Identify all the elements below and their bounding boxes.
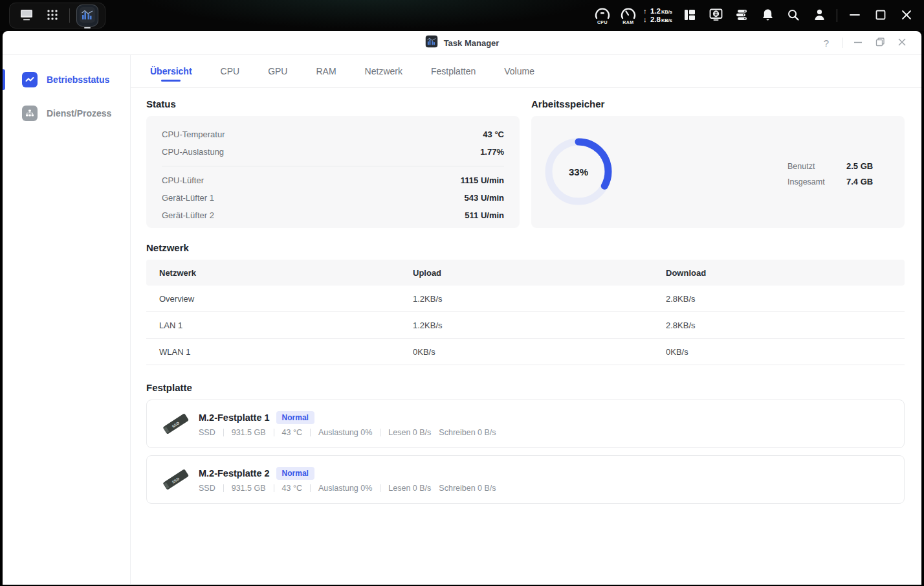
search-button[interactable] (785, 7, 802, 24)
status-row: Gerät-Lüfter 1 543 U/min (162, 189, 504, 207)
tab-ram[interactable]: RAM (316, 55, 336, 87)
tab-gpu[interactable]: GPU (268, 55, 287, 87)
desktop-icon (20, 9, 33, 23)
display-globe-icon (709, 8, 723, 23)
disk-load: Auslastung 0% (318, 428, 372, 437)
window-restore-icon (875, 38, 885, 49)
bell-icon (762, 8, 774, 23)
widgets-panel-button[interactable] (681, 7, 698, 24)
disk-load: Auslastung 0% (318, 484, 372, 493)
disk-info: M.2-Festplatte 1 Normal SSD 931.5 GB 43 … (199, 411, 496, 437)
tray-divider (837, 9, 837, 22)
ssd-stick-icon: SSD (159, 408, 193, 440)
memory-percent: 33% (543, 136, 614, 207)
disk-type: SSD (199, 428, 215, 437)
network-col-netzwerk: Netzwerk (146, 268, 413, 278)
disk-card-1: SSD M.2-Festplatte 1 Normal SSD 931.5 GB (146, 400, 905, 448)
tab-uebersicht[interactable]: Übersicht (150, 55, 192, 87)
status-heading: Status (146, 98, 520, 109)
disk-status-badge: Normal (276, 467, 314, 480)
ram-monitor-widget[interactable]: RAM (620, 6, 637, 25)
search-icon (787, 8, 800, 23)
network-heading: Netzwerk (146, 242, 905, 253)
taskbar-task-manager-app[interactable] (76, 5, 98, 27)
minimize-icon (849, 9, 861, 23)
status-row: CPU-Lüfter 1115 U/min (162, 172, 504, 189)
task-manager-icon (79, 6, 96, 25)
taskbar: CPU RAM ↑ 1.2 KB/s ↓ 2.8 KB/s (0, 0, 924, 31)
upload-rate: ↑ 1.2 KB/s (643, 8, 672, 16)
disk-size: 931.5 GB (232, 428, 266, 437)
disk-read: Lesen 0 B/s (388, 428, 431, 437)
status-section: Status CPU-Temperatur 43 °C CPU-Auslastu… (146, 98, 520, 228)
memory-legend: Benutzt 2.5 GB Insgesamt 7.4 GB (787, 161, 873, 186)
disk-meta: SSD 931.5 GB 43 °C Auslastung 0% Lesen 0… (199, 484, 496, 493)
sidebar: Betriebsstatus Dienst/Prozess (3, 55, 131, 584)
cpu-monitor-widget[interactable]: CPU (594, 6, 611, 25)
disk-card-2: SSD M.2-Festplatte 2 Normal SSD 931.5 GB (146, 455, 905, 504)
window-restore-button[interactable] (871, 34, 889, 51)
sidebar-item-betriebsstatus[interactable]: Betriebsstatus (3, 67, 130, 93)
main-content: Übersicht CPU GPU RAM Netzwerk Festplatt… (131, 55, 921, 584)
show-desktop-button[interactable] (16, 5, 37, 26)
network-table: Netzwerk Upload Download Overview 1.2KB/… (146, 260, 905, 365)
desktop-minimize-button[interactable] (846, 7, 863, 24)
window-controls-divider (842, 38, 842, 48)
task-manager-window-icon (425, 35, 438, 51)
window-title-group: Task Manager (425, 35, 500, 51)
tabbar: Übersicht CPU GPU RAM Netzwerk Festplatt… (131, 55, 921, 88)
stat-value: 511 U/min (465, 210, 504, 220)
help-button[interactable]: ? (817, 34, 835, 51)
service-process-icon (22, 106, 38, 121)
stat-value: 543 U/min (465, 193, 504, 203)
tab-netzwerk[interactable]: Netzwerk (365, 55, 402, 87)
server-stack-icon (735, 8, 748, 23)
disk-name: M.2-Festplatte 1 (199, 412, 270, 423)
network-cell: 0KB/s (666, 347, 905, 357)
storage-devices-button[interactable] (733, 7, 750, 24)
remote-desktop-button[interactable] (707, 7, 724, 24)
user-icon (813, 8, 826, 23)
stat-value: 1.77% (480, 147, 504, 157)
stat-label: Gerät-Lüfter 1 (162, 193, 214, 203)
stat-label: CPU-Temperatur (162, 130, 225, 139)
memory-total-row: Insgesamt 7.4 GB (787, 177, 873, 186)
disk-heading: Festplatte (146, 382, 905, 393)
network-col-download: Download (666, 268, 905, 278)
network-row-overview: Overview 1.2KB/s 2.8KB/s (146, 286, 905, 312)
download-value: 2.8 (650, 16, 661, 23)
tab-volume[interactable]: Volume (504, 55, 534, 87)
window-close-button[interactable] (893, 34, 911, 51)
network-cell: 0KB/s (413, 347, 666, 357)
window-minimize-button[interactable] (849, 34, 867, 51)
cpu-gauge-label: CPU (597, 20, 608, 25)
memory-total-label: Insgesamt (787, 177, 846, 186)
notifications-button[interactable] (759, 7, 776, 24)
disk-meta: SSD 931.5 GB 43 °C Auslastung 0% Lesen 0… (199, 428, 496, 437)
app-launcher-button[interactable] (42, 5, 63, 26)
window-titlebar[interactable]: Task Manager ? (3, 31, 921, 55)
disk-info: M.2-Festplatte 2 Normal SSD 931.5 GB 43 … (199, 467, 496, 493)
status-card: CPU-Temperatur 43 °C CPU-Auslastung 1.77… (146, 116, 520, 228)
window-minimize-icon (853, 38, 863, 49)
sidebar-item-label: Betriebsstatus (47, 74, 109, 85)
user-account-button[interactable] (811, 7, 828, 24)
network-speed-widget[interactable]: ↑ 1.2 KB/s ↓ 2.8 KB/s (643, 8, 672, 24)
disk-temp: 43 °C (282, 428, 302, 437)
disk-status-badge: Normal (276, 411, 314, 424)
tab-cpu[interactable]: CPU (221, 55, 240, 87)
desktop-maximize-button[interactable] (872, 7, 889, 24)
download-unit: KB/s (661, 17, 672, 24)
disk-type: SSD (199, 484, 215, 493)
stat-label: Gerät-Lüfter 2 (162, 210, 214, 220)
disk-write: Schreiben 0 B/s (439, 428, 496, 437)
dock (9, 3, 105, 28)
upload-value: 1.2 (650, 8, 661, 15)
desktop-close-button[interactable] (898, 7, 915, 24)
disk-size: 931.5 GB (232, 484, 266, 493)
network-row-lan1: LAN 1 1.2KB/s 2.8KB/s (146, 312, 905, 339)
stat-value: 1115 U/min (461, 175, 504, 185)
tab-festplatten[interactable]: Festplatten (431, 55, 476, 87)
network-cell: 1.2KB/s (413, 294, 666, 304)
sidebar-item-dienst-prozess[interactable]: Dienst/Prozess (3, 100, 130, 126)
